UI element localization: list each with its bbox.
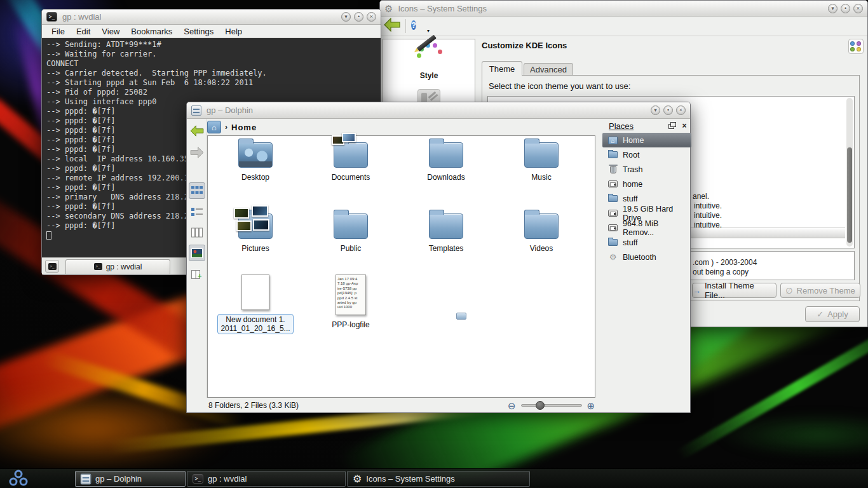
konsole-titlebar[interactable]: >_ gp : wvdial ▾ • × xyxy=(42,10,381,25)
folder-icon xyxy=(429,214,463,239)
home-icon[interactable]: ⌂ xyxy=(207,121,221,133)
places-item-bluetooth[interactable]: ⚙ Bluetooth xyxy=(602,250,691,264)
file-item-new-document[interactable]: New document 1. 2011_01_20_16_5... xyxy=(208,274,303,334)
konsole-tab[interactable]: >_ gp : wvdial xyxy=(65,259,170,274)
terminal-icon: >_ xyxy=(48,263,57,270)
tab-theme[interactable]: Theme xyxy=(482,61,522,76)
style-icon xyxy=(414,43,444,69)
folder-icon xyxy=(608,195,618,202)
help-button[interactable]: ? ▾ xyxy=(411,19,425,33)
folder-item-documents[interactable]: Documents xyxy=(303,142,398,182)
file-item-ppp-logfile[interactable]: Jan 17 09:4 7:18 gp-Asp ire-5738 pp pd[1… xyxy=(303,274,398,329)
menu-help[interactable]: Help xyxy=(219,27,248,36)
zoom-slider[interactable] xyxy=(521,404,582,407)
folder-item-downloads[interactable]: Downloads xyxy=(398,142,494,182)
svg-text:+: + xyxy=(198,272,201,280)
places-item-removable[interactable]: 964.8 MiB Remov... xyxy=(602,220,691,235)
menu-file[interactable]: File xyxy=(46,27,71,36)
overview-icon[interactable] xyxy=(848,39,864,54)
close-button[interactable]: × xyxy=(676,105,686,115)
folder-item-public[interactable]: Public xyxy=(303,214,398,253)
logfile-preview-icon: Jan 17 09:4 7:18 gp-Asp ire-5738 pp pd[1… xyxy=(336,274,366,315)
menu-view[interactable]: View xyxy=(96,27,125,36)
scrollbar[interactable] xyxy=(846,98,853,247)
folder-item-pictures[interactable]: Pictures xyxy=(208,214,303,253)
back-button[interactable] xyxy=(384,18,400,34)
details-view-button[interactable] xyxy=(189,204,205,220)
close-panel-icon[interactable]: × xyxy=(680,121,689,130)
scrollbar-thumb[interactable] xyxy=(847,147,852,243)
preview-icon xyxy=(191,248,203,258)
terminal-cursor xyxy=(46,231,51,240)
zoom-out-icon[interactable]: ⊖ xyxy=(508,401,516,410)
task-label: Icons – System Settings xyxy=(366,474,454,484)
back-button[interactable] xyxy=(189,123,205,139)
tab-advanced[interactable]: Advanced xyxy=(524,63,573,76)
close-button[interactable]: × xyxy=(367,12,376,22)
breadcrumb: ⌂ › Home xyxy=(207,120,257,134)
places-title: Places xyxy=(609,121,634,131)
breadcrumb-home[interactable]: Home xyxy=(231,123,257,132)
dolphin-titlebar[interactable]: gp – Dolphin ▾ • × xyxy=(187,102,690,119)
task-button-wvdial[interactable]: >_ gp : wvdial xyxy=(187,471,346,487)
maximize-button[interactable]: • xyxy=(841,4,850,13)
folder-icon xyxy=(334,142,368,168)
folder-item-music[interactable]: Music xyxy=(494,142,589,182)
dolphin-statusbar: 8 Folders, 2 Files (3.3 KiB) ⊖ ⊕ xyxy=(187,398,690,413)
taskbar-panel: gp – Dolphin >_ gp : wvdial ⚙ Icons – Sy… xyxy=(0,468,868,488)
split-view-button[interactable]: + xyxy=(189,266,205,283)
apply-button[interactable]: ✓ Apply xyxy=(805,306,860,322)
folder-item-videos[interactable]: Videos xyxy=(494,214,589,253)
maximize-button[interactable]: • xyxy=(663,105,673,115)
forward-button[interactable] xyxy=(189,144,205,161)
menu-settings[interactable]: Settings xyxy=(178,27,219,36)
places-item-home[interactable]: ⌂ Home xyxy=(602,133,691,147)
terminal-line: --> Sending: ATDT*99***1# xyxy=(46,40,381,50)
places-label: Home xyxy=(623,136,644,145)
chevron-down-icon: ▾ xyxy=(427,28,430,34)
terminal-line: --> Waiting for carrier. xyxy=(46,50,381,59)
toolbar-separator xyxy=(405,19,406,33)
file-label: PPP-logfile xyxy=(303,320,398,329)
places-item-home-partition[interactable]: home xyxy=(602,177,691,191)
menu-edit[interactable]: Edit xyxy=(71,27,96,36)
preview-button[interactable] xyxy=(189,245,205,261)
sidebar-item-style[interactable]: Style xyxy=(383,39,475,108)
minimize-button[interactable]: ▾ xyxy=(651,105,660,115)
terminal-line: --> Starting pppd at Sun Feb 6 18:08:22 … xyxy=(46,78,381,88)
icons-view-button[interactable] xyxy=(189,182,205,199)
minimize-button[interactable]: ▾ xyxy=(828,4,837,13)
minimize-button[interactable]: ▾ xyxy=(341,12,351,22)
menu-bookmarks[interactable]: Bookmarks xyxy=(125,27,178,36)
places-label: 964.8 MiB Remov... xyxy=(623,219,691,237)
places-item-root[interactable]: Root xyxy=(602,147,691,162)
task-button-system-settings[interactable]: ⚙ Icons – System Settings xyxy=(347,471,530,487)
folder-label: Downloads xyxy=(398,173,494,182)
terminal-line: CONNECT xyxy=(46,59,381,69)
folder-item-templates[interactable]: Templates xyxy=(398,214,494,253)
folder-item-desktop[interactable]: Desktop xyxy=(208,142,303,182)
task-button-dolphin[interactable]: gp – Dolphin xyxy=(75,471,186,487)
description-fragment: out being a copy xyxy=(693,268,749,276)
new-tab-button[interactable]: >_ xyxy=(45,260,59,273)
zoom-slider-handle[interactable] xyxy=(536,401,545,410)
maximize-button[interactable]: • xyxy=(354,12,363,22)
dolphin-folder-view[interactable]: Desktop Documents Downloads Music xyxy=(207,135,595,398)
close-button[interactable]: × xyxy=(853,4,863,13)
drag-ghost-icon xyxy=(456,313,466,320)
home-icon: ⌂ xyxy=(608,137,618,144)
folder-icon xyxy=(524,142,559,168)
page-title: Customize KDE Icons xyxy=(482,41,567,50)
places-item-stuff-2[interactable]: stuff xyxy=(602,235,691,250)
float-panel-icon[interactable] xyxy=(667,121,676,130)
zoom-in-icon[interactable]: ⊕ xyxy=(587,401,595,410)
places-item-trash[interactable]: Trash xyxy=(602,162,691,177)
remove-theme-button[interactable]: ∅ Remove Theme xyxy=(780,283,860,298)
dolphin-icon xyxy=(81,473,92,484)
app-launcher-button[interactable] xyxy=(0,469,37,488)
system-settings-titlebar[interactable]: ⚙ Icons – System Settings ▾ • × xyxy=(380,1,867,17)
columns-view-button[interactable] xyxy=(189,224,205,241)
help-icon: ? xyxy=(411,20,416,30)
terminal-icon: >_ xyxy=(193,474,203,484)
install-theme-button[interactable]: → Install Theme File... xyxy=(692,283,776,298)
